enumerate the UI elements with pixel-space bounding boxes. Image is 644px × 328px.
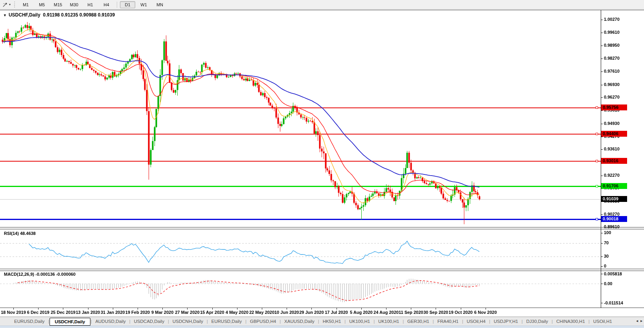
tab-scroll-arrows: ◂ ▸: [636, 319, 642, 323]
timeframe-h4-button[interactable]: H4: [99, 1, 114, 8]
tab-separator: |: [207, 319, 208, 324]
tab-separator: |: [344, 319, 346, 324]
timeframe-h1-button[interactable]: H1: [83, 1, 98, 8]
timeframe-d1-button[interactable]: D1: [120, 1, 135, 8]
tab-usdjpy-h1[interactable]: USDJPY,H1: [491, 318, 521, 325]
price-tick-label: 0.93610: [604, 147, 620, 151]
timeframe-w1-button[interactable]: W1: [136, 1, 151, 8]
toolbar-separator: [117, 2, 117, 8]
cursor-tool-button[interactable]: ▾: [0, 0, 13, 9]
price-tick-label: 0.97610: [604, 69, 620, 73]
price-chart-canvas[interactable]: [0, 0, 644, 328]
timeframe-mn-button[interactable]: MN: [152, 1, 167, 8]
panel-separator-rsi-macd[interactable]: [0, 269, 644, 271]
rsi-label: RSI(14) 48.4638: [4, 231, 36, 236]
chart-tabbar: EURUSD,Daily|USDCHF,Daily|AUDUSD,Daily|U…: [0, 317, 644, 326]
price-level-tag: 0.95756: [601, 104, 627, 110]
tab-scroll-right-button[interactable]: ▸: [640, 319, 642, 323]
bottom-strip: [0, 326, 644, 328]
rsi-axis-label: 100: [604, 230, 611, 235]
mt4-window: ▾ M1M5M15M30H1H4D1W1MN ▼USDCHF,Daily 0.9…: [0, 0, 644, 328]
tab-gbpusd-h4[interactable]: GBPUSD,H4: [247, 318, 279, 325]
toolbar: ▾ M1M5M15M30H1H4D1W1MN: [0, 0, 644, 9]
timeframe-m1-button[interactable]: M1: [18, 1, 33, 8]
price-level-tag: 0.91706: [601, 183, 627, 189]
panel-separator-main-rsi[interactable]: [0, 227, 644, 229]
tab-china300-h1[interactable]: CHINA300,H1: [553, 318, 588, 325]
price-tick-label: 0.89610: [604, 224, 620, 229]
tab-separator: |: [403, 319, 404, 324]
tab-separator: |: [91, 319, 92, 324]
rsi-axis-label: 30: [604, 254, 609, 258]
tab-eurusd-daily[interactable]: EURUSD,Daily: [11, 318, 48, 325]
rsi-axis-label: 70: [604, 240, 609, 245]
chart-symbol-period: USDCHF,Daily: [9, 12, 40, 18]
tab-separator: |: [48, 319, 49, 324]
cursor-tool-icon: [2, 2, 8, 7]
timeframe-buttons: M1M5M15M30H1H4D1W1MN: [18, 1, 168, 8]
tab-uk100-h1[interactable]: UK100,H1: [346, 318, 373, 325]
chart-bottom-border: [0, 308, 644, 308]
tab-ger30-h1[interactable]: GER30,H1: [404, 318, 432, 325]
tab-xauusd-daily[interactable]: XAUUSD,Daily: [281, 318, 318, 325]
macd-axis-label: 0.005818: [604, 271, 622, 276]
timeframe-m5-button[interactable]: M5: [34, 1, 50, 8]
tab-separator: |: [318, 319, 319, 324]
tab-dj30-daily[interactable]: DJ30,Daily: [523, 318, 551, 325]
tab-uk100-h1[interactable]: UK100,H1: [375, 318, 402, 325]
tab-separator: |: [168, 319, 169, 324]
rsi-axis-label: 0: [604, 264, 606, 268]
collapse-triangle-icon: ▼: [3, 13, 7, 17]
price-tick-label: 0.94930: [604, 121, 620, 126]
chart-title: ▼USDCHF,Daily 0.91198 0.91235 0.90988 0.…: [3, 12, 115, 18]
macd-values: -0.000136 -0.000060: [35, 272, 75, 277]
price-level-tag: 0.94406: [601, 131, 627, 137]
tab-usoil-h1[interactable]: USOil,H1: [590, 318, 615, 325]
price-level-tag: 0.90018: [601, 216, 627, 222]
date-tick-label: 6 Nov 2020: [471, 310, 500, 315]
rsi-name: RSI(14): [4, 231, 19, 236]
price-tick-label: 0.92270: [604, 173, 620, 178]
price-tick-label: 0.99610: [604, 30, 620, 35]
tab-hk50-h1[interactable]: HK50,H1: [320, 318, 344, 325]
dropdown-caret-icon: ▾: [9, 3, 11, 6]
price-level-tag: 0.93016: [601, 158, 627, 164]
timeframe-m30-button[interactable]: M30: [66, 1, 82, 8]
price-tick-label: 0.96270: [604, 95, 620, 99]
price-tick-label: 0.98950: [604, 43, 620, 48]
rsi-value: 48.4638: [20, 231, 36, 236]
current-price-tag: 0.91039: [601, 196, 627, 202]
tab-separator: |: [462, 319, 463, 324]
chart-tabs: EURUSD,Daily|USDCHF,Daily|AUDUSD,Daily|U…: [11, 317, 615, 326]
tab-fra40-h1[interactable]: FRA40,H1: [434, 318, 462, 325]
chart-top-border: [0, 10, 644, 10]
tab-eurusd-daily[interactable]: EURUSD,Daily: [208, 318, 245, 325]
tab-usdchf-daily[interactable]: USDCHF,Daily: [50, 318, 90, 326]
tab-separator: |: [374, 319, 375, 324]
tab-separator: |: [552, 319, 553, 324]
tab-separator: |: [129, 319, 131, 324]
price-tick-label: 0.90270: [604, 212, 620, 216]
tab-usdcad-daily[interactable]: USDCAD,Daily: [131, 318, 167, 325]
macd-axis-label: 0.00: [604, 281, 612, 286]
tab-scroll-left-button[interactable]: ◂: [636, 319, 638, 323]
tab-separator: |: [522, 319, 523, 324]
tab-usdcnh-daily[interactable]: USDCNH,Daily: [169, 318, 206, 325]
tab-separator: |: [589, 319, 590, 324]
toolbar-grip: [14, 2, 15, 7]
macd-name: MACD(12,26,9): [4, 272, 34, 277]
timeframe-m15-button[interactable]: M15: [50, 1, 66, 8]
chart-ohlc-values: 0.91198 0.91235 0.90988 0.91039: [43, 12, 115, 18]
tab-separator: |: [433, 319, 434, 324]
tab-separator: |: [489, 319, 490, 324]
macd-axis-label: -0.011514: [604, 301, 623, 305]
macd-label: MACD(12,26,9) -0.000136 -0.000060: [4, 272, 75, 277]
price-tick-label: 0.96930: [604, 82, 620, 87]
tab-usoil-h4[interactable]: USOil,H4: [464, 318, 489, 325]
price-tick-label: 0.98270: [604, 56, 620, 60]
price-tick-label: 1.00270: [604, 17, 620, 22]
tab-separator: |: [280, 319, 281, 324]
tab-audusd-daily[interactable]: AUDUSD,Daily: [92, 318, 129, 325]
tab-separator: |: [245, 319, 247, 324]
